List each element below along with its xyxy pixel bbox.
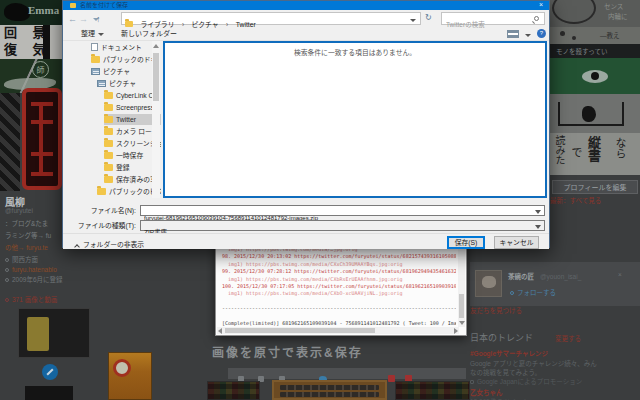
vertical-text-c: 読みた (552, 135, 567, 165)
folder-icon (104, 164, 113, 171)
media-collage-left (207, 381, 260, 400)
person-icon (510, 291, 514, 295)
log-line: img1) https://pbs.twimg.com/media/CXbO-x… (222, 290, 456, 297)
file-list-area[interactable]: 検索条件に一致する項目はありません。 (163, 41, 547, 198)
tree-item-screenpresso[interactable]: Screenpress (104, 102, 154, 113)
close-icon[interactable]: × (539, 0, 543, 9)
follow-close-icon: × (618, 270, 622, 279)
hide-folders-toggle[interactable]: フォルダーの非表示 (75, 239, 144, 249)
vertical-scrollbar-thumb[interactable] (459, 294, 464, 318)
follow-avatar (475, 270, 502, 297)
filename-dropdown-caret[interactable] (535, 210, 541, 214)
forward-button[interactable]: → (79, 11, 88, 27)
log-line: 100. 2015/12/30 07:17:05 https://twitter… (222, 283, 456, 290)
red-seal-stamp (22, 88, 62, 190)
profile-bio-line-3: の他→ furyu.te (5, 243, 48, 252)
search-input[interactable] (442, 19, 522, 28)
checker-pattern (0, 93, 20, 191)
breadcrumb-separator: › (179, 21, 187, 28)
scroll-down-arrow[interactable] (459, 321, 465, 325)
comic-text-2: 内輪に (608, 12, 628, 21)
log-line: img1) https://pbs.twimg.com/media/CXbRsE… (222, 276, 456, 283)
tree-item-pictures[interactable]: ピクチャ (97, 78, 136, 89)
vertical-text-d: なら (612, 137, 628, 159)
scroll-right-arrow[interactable] (454, 328, 458, 334)
tree-item-saved-photos[interactable]: 保存済みの写 (104, 174, 157, 185)
green-eye-panel (550, 58, 640, 94)
comic-panel-2: —教え (550, 27, 640, 44)
console-horizontal-scrollbar[interactable] (217, 327, 459, 334)
horse-silhouette (4, 3, 30, 21)
view-options-icon[interactable] (507, 30, 519, 38)
profile-handle: @furyutei (5, 207, 33, 214)
tree-item-camera-roll[interactable]: カメラ ロール (104, 126, 159, 137)
tree-item-cyberlink[interactable]: CyberLink C (104, 90, 153, 101)
breadcrumb-folder-icon (125, 21, 133, 27)
log-blank (222, 313, 456, 320)
search-box (441, 12, 545, 25)
folder-icon (104, 116, 113, 123)
link-icon (5, 268, 9, 272)
view-options-caret[interactable] (525, 34, 531, 37)
folder-icon (91, 56, 100, 63)
help-icon[interactable]: ? (537, 29, 546, 38)
scroll-left-arrow[interactable] (218, 328, 222, 334)
follow-card: 茶碗の匠 @youon_isai_ × フォローする (470, 262, 640, 306)
find-friends-link: 友だちを見つける (470, 306, 522, 315)
empty-search-message: 検索条件に一致する項目はありません。 (165, 47, 545, 57)
keyboard-photo (272, 380, 387, 400)
folder-icon (104, 128, 113, 135)
address-bar[interactable]: ライブラリ › ピクチャ › Twitter (121, 12, 421, 25)
horizontal-scrollbar-thumb[interactable] (225, 328, 375, 333)
tree-scroll-up-arrow[interactable] (153, 44, 159, 48)
breadcrumb-pictures[interactable]: ピクチャ (192, 21, 219, 28)
filename-combobox[interactable] (140, 205, 545, 216)
pencil-icon (46, 368, 53, 375)
tree-item-temp-save[interactable]: 一時保存 (104, 150, 143, 161)
vertical-text-b: で (568, 147, 584, 158)
seal-circle-char: 師 (37, 66, 45, 75)
dialog-title: 名前を付けて保存 (80, 1, 128, 10)
vertical-text-panel: 縦書 で 読みた なら (550, 133, 640, 175)
address-dropdown-caret[interactable] (410, 19, 416, 22)
breadcrumb-library[interactable]: ライブラリ (140, 21, 174, 28)
tree-item-pictures-library[interactable]: ピクチャ (91, 66, 130, 77)
tree-scrollbar-thumb[interactable] (153, 53, 159, 101)
pictures-library-icon (91, 68, 100, 75)
banner-kanji-row-1: 回 景 (0, 25, 62, 42)
tree-item-documents[interactable]: ドキュメント (91, 42, 142, 53)
organize-menu[interactable]: 整理 (81, 28, 104, 40)
filetype-dropdown-caret[interactable] (535, 225, 541, 229)
trends-change-link: 変更する (555, 334, 581, 343)
dialog-folder-icon (70, 3, 76, 8)
profile-bio-line-1: ：ブログ&たま (5, 219, 48, 228)
search-icon (534, 16, 539, 21)
ink-panel (550, 94, 640, 133)
document-icon (91, 43, 98, 51)
back-button[interactable]: ← (68, 11, 77, 27)
breadcrumb-twitter[interactable]: Twitter (236, 21, 256, 28)
profile-url: furyu.hatenablo (5, 265, 57, 274)
new-folder-button[interactable]: 新しいフォルダー (121, 28, 177, 40)
tree-scrollbar[interactable] (152, 41, 160, 198)
filetype-combobox[interactable]: ZIP書庫 (140, 220, 545, 231)
refresh-button[interactable]: ↻ (425, 13, 432, 22)
ink-blob (582, 106, 596, 122)
cancel-button[interactable]: キャンセル (494, 236, 539, 249)
follow-handle: @youon_isai_ (540, 272, 581, 281)
trend-2: 乙女ちゃん (470, 388, 503, 397)
breadcrumb-separator: › (223, 21, 231, 28)
tree-item-register[interactable]: 登録 (104, 162, 130, 173)
follow-button: フォローする (510, 288, 556, 297)
compose-tweet-button (42, 364, 58, 380)
pictures-library-icon (97, 80, 106, 87)
comic-panel-3: モノを殺すってい (550, 44, 640, 58)
tweet-action-strip (228, 368, 466, 379)
trend-1: #Googleサマーチャレンジ (470, 349, 548, 358)
promo-icon (470, 380, 474, 384)
up-button[interactable]: ↑ (96, 11, 101, 27)
seal-circle: 師 (32, 61, 49, 78)
profile-location: 関西方面 (5, 255, 38, 264)
tree-item-public-documents[interactable]: パブリックのドキ (91, 54, 157, 65)
save-button[interactable]: 保存(S) (447, 236, 485, 249)
